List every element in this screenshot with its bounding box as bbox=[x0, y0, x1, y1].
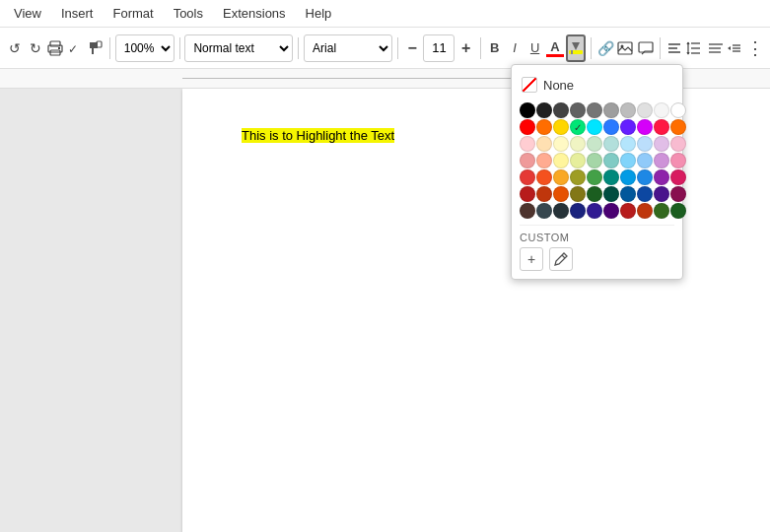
color-swatch[interactable] bbox=[620, 169, 636, 185]
link-button[interactable]: 🔗 bbox=[596, 34, 614, 62]
print-button[interactable] bbox=[46, 34, 64, 62]
color-swatch[interactable] bbox=[670, 186, 686, 202]
color-swatch[interactable] bbox=[620, 153, 636, 168]
color-swatch[interactable] bbox=[553, 153, 569, 168]
color-swatch[interactable] bbox=[603, 136, 619, 152]
color-swatch[interactable] bbox=[520, 203, 535, 219]
eyedropper-button[interactable] bbox=[549, 247, 573, 271]
menu-extensions[interactable]: Extensions bbox=[217, 4, 292, 23]
color-swatch[interactable] bbox=[536, 203, 552, 219]
color-swatch[interactable] bbox=[520, 136, 535, 152]
underline-button[interactable]: U bbox=[525, 34, 543, 62]
color-swatch[interactable] bbox=[520, 169, 535, 185]
color-swatch[interactable] bbox=[520, 119, 535, 135]
color-swatch[interactable] bbox=[654, 169, 669, 185]
color-swatch[interactable] bbox=[637, 153, 653, 168]
color-swatch[interactable] bbox=[587, 119, 602, 135]
color-swatch[interactable] bbox=[620, 102, 636, 118]
color-swatch[interactable] bbox=[536, 136, 552, 152]
color-swatch[interactable] bbox=[536, 119, 552, 135]
color-swatch[interactable] bbox=[520, 102, 535, 118]
image-button[interactable] bbox=[616, 34, 634, 62]
color-swatch[interactable] bbox=[587, 102, 602, 118]
color-swatch[interactable] bbox=[570, 102, 586, 118]
paintformat-button[interactable] bbox=[87, 34, 105, 62]
color-swatch[interactable] bbox=[654, 119, 669, 135]
text-color-button[interactable]: A bbox=[546, 34, 564, 62]
color-swatch[interactable] bbox=[670, 203, 686, 219]
color-swatch[interactable] bbox=[637, 136, 653, 152]
comment-button[interactable] bbox=[637, 34, 655, 62]
color-swatch[interactable] bbox=[603, 169, 619, 185]
color-swatch[interactable] bbox=[587, 186, 602, 202]
color-swatch[interactable] bbox=[603, 119, 619, 135]
font-size-increase[interactable]: + bbox=[456, 34, 474, 62]
menu-tools[interactable]: Tools bbox=[168, 4, 209, 23]
color-swatch[interactable] bbox=[670, 102, 686, 118]
color-swatch[interactable] bbox=[654, 136, 669, 152]
color-swatch[interactable] bbox=[520, 186, 535, 202]
color-swatch[interactable] bbox=[603, 153, 619, 168]
color-swatch[interactable] bbox=[637, 186, 653, 202]
menu-view[interactable]: View bbox=[8, 4, 47, 23]
color-swatch[interactable] bbox=[603, 186, 619, 202]
color-swatch[interactable] bbox=[587, 203, 602, 219]
color-swatch[interactable] bbox=[570, 169, 586, 185]
font-size-decrease[interactable]: − bbox=[403, 34, 421, 62]
color-swatch[interactable] bbox=[553, 203, 569, 219]
color-swatch[interactable] bbox=[553, 186, 569, 202]
font-size-input[interactable] bbox=[424, 40, 454, 55]
color-swatch[interactable] bbox=[620, 203, 636, 219]
spellcheck-button[interactable]: ✓ bbox=[66, 34, 84, 62]
color-swatch[interactable] bbox=[536, 153, 552, 168]
color-swatch[interactable] bbox=[553, 119, 569, 135]
color-swatch[interactable] bbox=[637, 102, 653, 118]
color-swatch[interactable] bbox=[587, 153, 602, 168]
highlighted-text[interactable]: This is to Highlight the Text bbox=[242, 128, 394, 143]
undo-button[interactable]: ↺ bbox=[6, 34, 24, 62]
color-swatch[interactable] bbox=[536, 169, 552, 185]
color-swatch[interactable] bbox=[553, 136, 569, 152]
color-swatch[interactable] bbox=[670, 169, 686, 185]
color-swatch[interactable] bbox=[570, 203, 586, 219]
none-color-option[interactable]: None bbox=[520, 73, 674, 97]
menu-help[interactable]: Help bbox=[300, 4, 338, 23]
color-swatch[interactable] bbox=[620, 119, 636, 135]
more-options-button[interactable]: ⋮ bbox=[745, 34, 763, 62]
color-swatch[interactable] bbox=[553, 169, 569, 185]
font-select[interactable]: Arial Times New Roman Courier New bbox=[304, 34, 392, 62]
color-swatch[interactable] bbox=[654, 102, 669, 118]
color-swatch[interactable] bbox=[536, 102, 552, 118]
color-swatch[interactable] bbox=[603, 203, 619, 219]
color-swatch[interactable] bbox=[654, 153, 669, 168]
color-swatch[interactable] bbox=[570, 119, 586, 135]
color-swatch[interactable] bbox=[587, 136, 602, 152]
color-swatch[interactable] bbox=[637, 119, 653, 135]
color-swatch[interactable] bbox=[570, 186, 586, 202]
color-swatch[interactable] bbox=[587, 169, 602, 185]
color-swatch[interactable] bbox=[603, 102, 619, 118]
style-select[interactable]: Normal text Heading 1 Heading 2 Title bbox=[184, 34, 293, 62]
bold-button[interactable]: B bbox=[486, 34, 504, 62]
color-swatch[interactable] bbox=[520, 153, 535, 168]
italic-button[interactable]: I bbox=[506, 34, 524, 62]
zoom-select[interactable]: 100% 75% 125% 150% bbox=[115, 34, 175, 62]
indent-decrease-button[interactable] bbox=[726, 34, 743, 62]
color-swatch[interactable] bbox=[570, 153, 586, 168]
color-swatch[interactable] bbox=[620, 186, 636, 202]
color-swatch[interactable] bbox=[670, 136, 686, 152]
color-swatch[interactable] bbox=[654, 186, 669, 202]
redo-button[interactable]: ↻ bbox=[26, 34, 43, 62]
color-swatch[interactable] bbox=[570, 136, 586, 152]
line-spacing-button[interactable] bbox=[685, 34, 703, 62]
add-custom-color-button[interactable]: + bbox=[520, 247, 543, 271]
color-swatch[interactable] bbox=[670, 119, 686, 135]
menu-format[interactable]: Format bbox=[106, 4, 159, 23]
checklist-button[interactable] bbox=[706, 34, 724, 62]
align-button[interactable] bbox=[665, 34, 683, 62]
highlight-color-button[interactable] bbox=[566, 34, 586, 62]
color-swatch[interactable] bbox=[637, 203, 653, 219]
color-swatch[interactable] bbox=[637, 169, 653, 185]
color-swatch[interactable] bbox=[620, 136, 636, 152]
color-swatch[interactable] bbox=[553, 102, 569, 118]
